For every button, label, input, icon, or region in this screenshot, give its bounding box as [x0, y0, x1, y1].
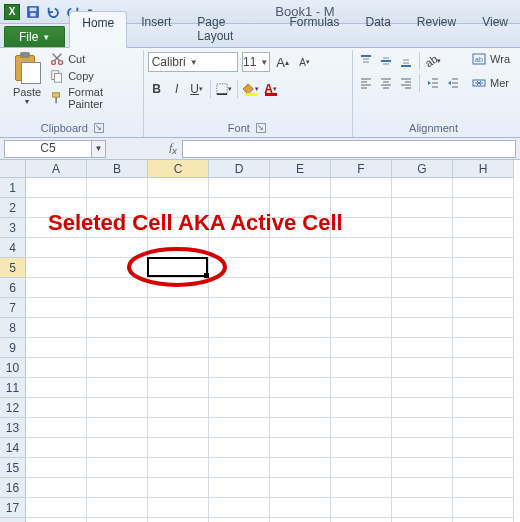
column-header[interactable]: E	[270, 160, 331, 178]
align-bottom-button[interactable]	[397, 52, 415, 70]
cell[interactable]	[453, 518, 514, 522]
cell[interactable]	[331, 298, 392, 318]
cell[interactable]	[331, 478, 392, 498]
row-header[interactable]: 11	[0, 378, 26, 398]
row-header[interactable]: 2	[0, 198, 26, 218]
cell[interactable]	[26, 398, 87, 418]
row-header[interactable]: 12	[0, 398, 26, 418]
align-right-button[interactable]	[397, 74, 415, 92]
formula-bar[interactable]	[182, 140, 516, 158]
cell[interactable]	[148, 178, 209, 198]
cell[interactable]	[209, 398, 270, 418]
align-top-button[interactable]	[357, 52, 375, 70]
row-header[interactable]: 14	[0, 438, 26, 458]
cell[interactable]	[270, 318, 331, 338]
dialog-launcher-icon[interactable]: ↘	[94, 123, 104, 133]
cell[interactable]	[87, 458, 148, 478]
cell[interactable]	[270, 298, 331, 318]
cell[interactable]	[392, 238, 453, 258]
cell[interactable]	[331, 398, 392, 418]
cell[interactable]	[392, 498, 453, 518]
tab-review[interactable]: Review	[405, 11, 468, 47]
cell[interactable]	[148, 378, 209, 398]
cell[interactable]	[148, 458, 209, 478]
underline-button[interactable]: U▾	[188, 80, 206, 98]
cell[interactable]	[209, 378, 270, 398]
dialog-launcher-icon[interactable]: ↘	[256, 123, 266, 133]
cell[interactable]	[392, 398, 453, 418]
cell[interactable]	[331, 498, 392, 518]
cell[interactable]	[270, 178, 331, 198]
cell[interactable]	[331, 518, 392, 522]
cell[interactable]	[392, 418, 453, 438]
cell[interactable]	[26, 178, 87, 198]
shrink-font-button[interactable]: A▾	[296, 53, 314, 71]
cell[interactable]	[87, 498, 148, 518]
cell[interactable]	[270, 418, 331, 438]
cell[interactable]	[331, 418, 392, 438]
cell[interactable]	[26, 298, 87, 318]
cell[interactable]	[270, 358, 331, 378]
cell[interactable]	[26, 518, 87, 522]
name-box-dropdown[interactable]: ▼	[92, 140, 106, 158]
cell[interactable]	[392, 378, 453, 398]
cell[interactable]	[209, 498, 270, 518]
cell[interactable]	[87, 478, 148, 498]
cell[interactable]	[209, 478, 270, 498]
cell[interactable]	[26, 458, 87, 478]
cell[interactable]	[87, 298, 148, 318]
bold-button[interactable]: B	[148, 80, 166, 98]
cell[interactable]	[331, 378, 392, 398]
select-all-button[interactable]	[0, 160, 26, 178]
row-header[interactable]: 5	[0, 258, 26, 278]
fx-icon[interactable]: fx	[164, 141, 182, 156]
cell[interactable]	[453, 438, 514, 458]
cell[interactable]	[392, 438, 453, 458]
tab-formulas[interactable]: Formulas	[277, 11, 351, 47]
cell[interactable]	[392, 218, 453, 238]
cell[interactable]	[209, 358, 270, 378]
decrease-indent-button[interactable]	[424, 74, 442, 92]
cell[interactable]	[26, 478, 87, 498]
cell[interactable]	[148, 318, 209, 338]
cell[interactable]	[148, 358, 209, 378]
cell[interactable]	[87, 398, 148, 418]
cell[interactable]	[87, 318, 148, 338]
cell[interactable]	[331, 458, 392, 478]
font-color-button[interactable]: A▾	[262, 80, 280, 98]
cell[interactable]	[453, 258, 514, 278]
cell[interactable]	[392, 278, 453, 298]
cell[interactable]	[270, 518, 331, 522]
row-header[interactable]: 9	[0, 338, 26, 358]
cell[interactable]	[148, 298, 209, 318]
cell[interactable]	[331, 238, 392, 258]
cell[interactable]	[209, 338, 270, 358]
cell[interactable]	[26, 358, 87, 378]
cell[interactable]	[26, 258, 87, 278]
cell[interactable]	[453, 318, 514, 338]
row-header[interactable]: 3	[0, 218, 26, 238]
cell[interactable]	[148, 498, 209, 518]
save-icon[interactable]	[26, 5, 40, 19]
cell[interactable]	[453, 218, 514, 238]
cell[interactable]	[453, 238, 514, 258]
tab-home[interactable]: Home	[69, 11, 127, 48]
cell[interactable]	[392, 318, 453, 338]
cell[interactable]	[270, 498, 331, 518]
grow-font-button[interactable]: A▴	[274, 53, 292, 71]
cell[interactable]	[148, 398, 209, 418]
cell[interactable]	[26, 278, 87, 298]
column-header[interactable]: C	[148, 160, 209, 178]
cell[interactable]	[331, 178, 392, 198]
cell[interactable]	[392, 518, 453, 522]
cell[interactable]	[270, 338, 331, 358]
cell[interactable]	[87, 518, 148, 522]
cell[interactable]	[148, 418, 209, 438]
cell[interactable]	[392, 178, 453, 198]
cell[interactable]	[209, 298, 270, 318]
cell[interactable]	[331, 438, 392, 458]
cell[interactable]	[331, 358, 392, 378]
row-header[interactable]: 4	[0, 238, 26, 258]
cell[interactable]	[392, 458, 453, 478]
file-tab[interactable]: File ▼	[4, 26, 65, 47]
